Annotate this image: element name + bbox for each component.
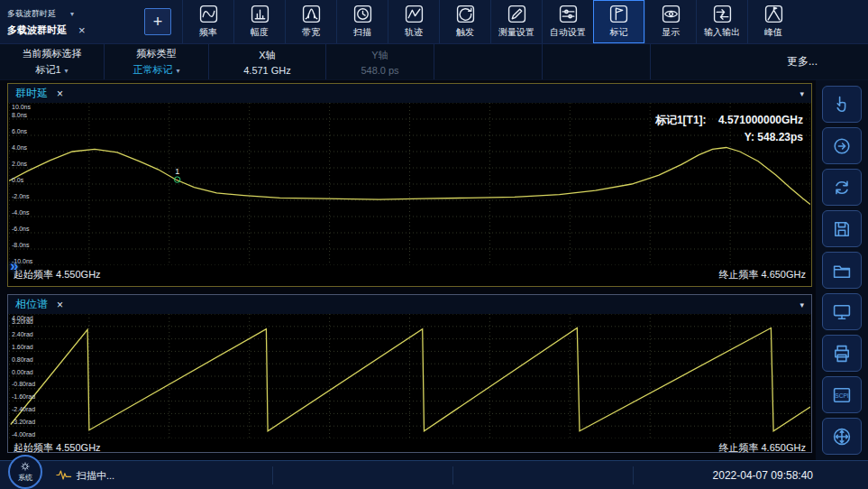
close-panel-icon[interactable]: × <box>57 88 63 100</box>
print-button[interactable] <box>822 335 862 372</box>
refresh-icon <box>831 177 853 198</box>
panel-title: 相位谱 <box>15 297 48 312</box>
toolbar-button-peak[interactable]: 峰值 <box>747 0 799 43</box>
setting-x-axis[interactable]: X轴4.571 GHz <box>209 44 326 79</box>
settings-bar: 当前频标选择标记1▾频标类型正常标记▾X轴4.571 GHzY轴548.0 ps… <box>0 43 868 80</box>
divider <box>452 466 453 484</box>
marker-number: 1 <box>175 167 179 176</box>
setting-label: X轴 <box>259 49 275 62</box>
toolbar-button-label: 频率 <box>199 26 217 39</box>
marker-readout: 标记1[T1]: 4.571000000GHz Y: 548.23ps <box>655 112 803 146</box>
close-measurement-icon[interactable]: × <box>78 23 86 37</box>
close-panel-icon[interactable]: × <box>57 299 63 311</box>
toolbar-button-auto-setup[interactable]: 自动设置 <box>542 0 593 43</box>
more-button[interactable]: 更多... <box>787 54 868 69</box>
toolbar-button-marker[interactable]: 标记 <box>593 0 644 43</box>
right-sidebar: SCPI <box>816 80 868 460</box>
datetime-label: 2022-04-07 09:58:40 <box>713 469 813 482</box>
toolbar-items: 频率幅度带宽扫描轨迹触发测量设置自动设置标记显示输入输出峰值 <box>182 0 799 43</box>
system-label: 系统 <box>18 473 32 483</box>
open-folder-icon <box>831 260 853 281</box>
toolbar-button-label: 显示 <box>662 26 680 39</box>
gear-icon <box>20 461 31 472</box>
toolbar-button-amplitude[interactable]: 幅度 <box>233 0 285 43</box>
toolbar-button-label: 输入输出 <box>704 26 740 39</box>
setting-empty-2 <box>543 44 651 79</box>
toolbar-button-sweep[interactable]: 扫描 <box>336 0 388 43</box>
sweep-activity-icon <box>56 469 72 481</box>
trigger-icon <box>456 5 475 23</box>
chevron-down-icon[interactable]: ▾ <box>799 300 804 309</box>
start-frequency-label: 起始频率 4.550GHz <box>14 441 101 455</box>
measure-setup-icon <box>507 5 526 23</box>
toolbar-button-trigger[interactable]: 触发 <box>439 0 490 43</box>
scpi-button[interactable]: SCPI <box>822 376 862 413</box>
chevron-down-icon: ▾ <box>176 67 179 75</box>
panel-phase-spectrum: 相位谱 × ▾ 4.00rad3.20rad2.40rad1.60rad0.80… <box>7 294 812 453</box>
setting-empty-1 <box>434 44 543 79</box>
marker-icon <box>609 5 628 23</box>
panel-header: 群时延 × ▾ <box>8 84 811 103</box>
toolbar-button-frequency[interactable]: 频率 <box>182 0 233 43</box>
screenshot-button[interactable] <box>822 293 862 330</box>
goto-button[interactable] <box>822 127 862 164</box>
peak-icon <box>764 5 783 23</box>
navigate-icon <box>831 426 853 447</box>
auto-setup-icon <box>559 5 578 23</box>
add-measurement-button[interactable]: + <box>144 8 171 35</box>
bandwidth-icon <box>302 5 321 23</box>
setting-value: 标记1▾ <box>35 63 68 77</box>
setting-marker-type[interactable]: 频标类型正常标记▾ <box>105 44 209 79</box>
system-button[interactable]: 系统 <box>8 455 42 489</box>
io-icon <box>713 5 732 23</box>
phase-spectrum-trace <box>9 314 810 438</box>
toolbar-button-label: 峰值 <box>764 26 782 39</box>
setting-y-axis[interactable]: Y轴548.0 ps <box>326 44 434 79</box>
panel-header: 相位谱 × ▾ <box>8 295 811 314</box>
group-delay-plot[interactable]: 1 10.0ns8.0ns6.0ns4.0ns2.0ns0.0s-2.0ns-4… <box>9 103 810 265</box>
setting-label: Y轴 <box>371 49 388 62</box>
save-button[interactable] <box>822 210 862 247</box>
frequency-footer: 起始频率 4.550GHz 终止频率 4.650GHz <box>8 265 811 281</box>
toolbar-button-measure-setup[interactable]: 测量设置 <box>490 0 542 43</box>
panel-group-delay: 群时延 × ▾ 1 10.0ns8.0ns6.0ns4.0ns2.0ns0.0s… <box>7 83 812 287</box>
status-bar: 系统 扫描中... 2022-04-07 09:58:40 <box>0 460 868 489</box>
goto-icon <box>831 135 853 157</box>
top-toolbar: 多载波群时延 ▾ 多载波群时延 × + 频率幅度带宽扫描轨迹触发测量设置自动设置… <box>0 0 868 43</box>
stop-frequency-label: 终止频率 4.650GHz <box>718 441 806 455</box>
frequency-icon <box>199 5 218 23</box>
chevron-down-icon[interactable]: ▾ <box>799 89 804 98</box>
toolbar-button-trace[interactable]: 轨迹 <box>388 0 439 43</box>
setting-current-marker-select[interactable]: 当前频标选择标记1▾ <box>0 44 105 79</box>
print-icon <box>831 343 853 364</box>
measurement-title-block[interactable]: 多载波群时延 ▾ 多载波群时延 × <box>0 4 144 41</box>
chevron-down-icon: ▾ <box>65 67 69 75</box>
phase-spectrum-plot[interactable]: 4.00rad3.20rad2.40rad1.60rad0.80rad0.00r… <box>9 314 810 438</box>
setting-label: 频标类型 <box>137 47 177 60</box>
display-icon <box>662 5 681 23</box>
touch-button[interactable] <box>822 86 862 123</box>
open-folder-button[interactable] <box>822 252 862 289</box>
divider <box>633 466 634 484</box>
frequency-footer: 起始频率 4.550GHz 终止频率 4.650GHz <box>8 438 811 455</box>
navigate-button[interactable] <box>822 418 862 455</box>
divider <box>272 466 273 484</box>
toolbar-button-io[interactable]: 输入输出 <box>696 0 747 43</box>
toolbar-button-label: 自动设置 <box>550 26 586 39</box>
settings-cells: 当前频标选择标记1▾频标类型正常标记▾X轴4.571 GHzY轴548.0 ps <box>0 44 651 79</box>
toolbar-button-label: 触发 <box>456 26 474 39</box>
marker-readout-y: Y: 548.23ps <box>655 129 803 146</box>
expand-handle-icon[interactable]: » <box>10 257 18 275</box>
toolbar-button-bandwidth[interactable]: 带宽 <box>285 0 336 43</box>
chevron-down-icon[interactable]: ▾ <box>70 10 74 18</box>
toolbar-button-label: 标记 <box>610 26 628 39</box>
start-frequency-label: 起始频率 4.550GHz <box>14 268 101 281</box>
svg-text:SCPI: SCPI <box>835 392 849 398</box>
scan-status-label: 扫描中... <box>77 469 114 483</box>
toolbar-button-label: 扫描 <box>353 26 371 39</box>
toolbar-button-label: 测量设置 <box>498 26 535 39</box>
stop-frequency-label: 终止频率 4.650GHz <box>718 268 806 281</box>
panel-title: 群时延 <box>15 86 48 101</box>
toolbar-button-display[interactable]: 显示 <box>644 0 696 43</box>
refresh-button[interactable] <box>822 169 862 206</box>
